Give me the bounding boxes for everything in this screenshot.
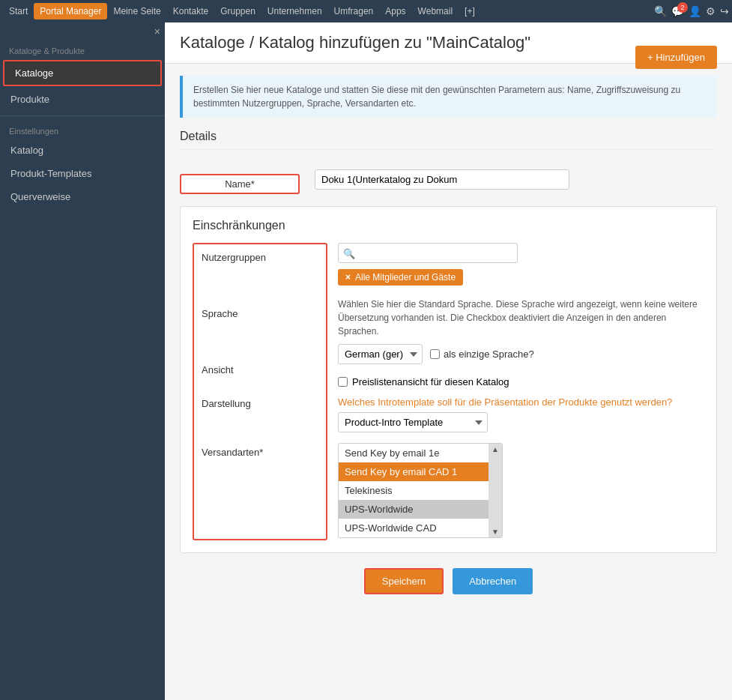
top-navigation: Start Portal Manager Meine Seite Kontakt… bbox=[0, 0, 732, 22]
scroll-up-arrow[interactable]: ▲ bbox=[491, 445, 499, 453]
restrictions-title: Einschränkungen bbox=[193, 219, 704, 232]
content-area: + Hinzufügen Erstellen Sie hier neue Kat… bbox=[165, 64, 732, 621]
restrictions-wrapper: Nutzergruppen Sprache Ansicht Darstellun… bbox=[193, 243, 704, 540]
nav-right-icons: 🔍 💬 2 👤 ⚙ ↪ bbox=[654, 5, 729, 17]
add-button[interactable]: + Hinzufügen bbox=[635, 46, 717, 69]
user-icon[interactable]: 👤 bbox=[689, 5, 701, 17]
sidebar-close-button[interactable]: × bbox=[0, 22, 165, 40]
nutzergruppen-search-input[interactable] bbox=[338, 243, 518, 263]
messages-icon[interactable]: 💬 2 bbox=[671, 5, 684, 17]
sidebar-item-katalog[interactable]: Katalog bbox=[0, 139, 165, 162]
nutzergruppen-search-wrapper: 🔍 bbox=[338, 243, 518, 263]
nav-apps[interactable]: Apps bbox=[379, 3, 411, 19]
sprache-row: German (ger) als einzige Sprache? bbox=[338, 344, 704, 364]
sidebar-item-querverweise[interactable]: Querverweise bbox=[0, 185, 165, 208]
versand-list: Send Key by email 1e Send Key by email C… bbox=[338, 443, 503, 538]
darstellung-block: Welches Introtemplate soll für die Präse… bbox=[338, 396, 704, 432]
nav-portal-manager[interactable]: Portal Manager bbox=[34, 3, 107, 19]
sidebar-item-produkt-templates[interactable]: Produkt-Templates bbox=[0, 162, 165, 185]
preislisten-checkbox[interactable] bbox=[338, 377, 348, 387]
main-layout: × Kataloge & Produkte Kataloge Produkte … bbox=[0, 22, 732, 700]
sidebar-section-kataloge-produkte: Kataloge & Produkte bbox=[0, 40, 165, 58]
tag-label: Alle Mitglieder und Gäste bbox=[355, 272, 456, 283]
info-box: Erstellen Sie hier neue Kataloge und sta… bbox=[180, 76, 717, 118]
search-icon[interactable]: 🔍 bbox=[654, 5, 667, 17]
sprache-select[interactable]: German (ger) bbox=[338, 344, 423, 364]
darstellung-label: Darstellung bbox=[202, 398, 318, 409]
intro-question: Welches Introtemplate soll für die Präse… bbox=[338, 396, 704, 408]
sidebar-section-einstellungen: Einstellungen bbox=[0, 121, 165, 139]
details-section: Details Name* bbox=[180, 130, 717, 194]
sidebar-divider bbox=[0, 115, 165, 116]
search-icon: 🔍 bbox=[343, 247, 355, 259]
sprache-block: Wählen Sie hier die Standard Sprache. Di… bbox=[338, 298, 704, 364]
messages-badge: 2 bbox=[677, 2, 688, 13]
preislisten-row: Preislistenansicht für diesen Katalog bbox=[338, 376, 704, 387]
nav-unternehmen[interactable]: Unternehmen bbox=[261, 3, 328, 19]
save-button[interactable]: Speichern bbox=[364, 568, 444, 594]
name-value bbox=[315, 169, 717, 190]
restrictions-values-column: 🔍 × Alle Mitglieder und Gäste bbox=[327, 243, 704, 540]
nutzergruppen-block: 🔍 × Alle Mitglieder und Gäste bbox=[338, 243, 704, 286]
ansicht-block: Preislistenansicht für diesen Katalog bbox=[338, 376, 704, 387]
versand-item-3[interactable]: UPS-Worldwide bbox=[339, 500, 502, 519]
nutzergruppen-label: Nutzergruppen bbox=[202, 252, 318, 263]
name-label-wrapper: Name* bbox=[180, 169, 315, 194]
nav-gruppen[interactable]: Gruppen bbox=[214, 3, 261, 19]
logout-icon[interactable]: ↪ bbox=[720, 5, 729, 17]
restrictions-labels-column: Nutzergruppen Sprache Ansicht Darstellun… bbox=[193, 243, 327, 540]
nutzergruppen-tag: × Alle Mitglieder und Gäste bbox=[338, 269, 463, 286]
nav-plus[interactable]: [+] bbox=[459, 3, 481, 19]
details-title: Details bbox=[180, 130, 717, 150]
settings-icon[interactable]: ⚙ bbox=[706, 5, 716, 17]
ansicht-label: Ansicht bbox=[202, 364, 318, 375]
sprache-info-text: Wählen Sie hier die Standard Sprache. Di… bbox=[338, 298, 704, 338]
nav-meine-seite[interactable]: Meine Seite bbox=[107, 3, 166, 19]
versandarten-label: Versandarten* bbox=[202, 447, 318, 458]
restrictions-section: Einschränkungen Nutzergruppen Sprache An… bbox=[180, 206, 717, 553]
versand-item-2[interactable]: Telekinesis bbox=[339, 481, 502, 500]
versand-item-4[interactable]: UPS-Worldwide CAD bbox=[339, 519, 502, 537]
sprache-checkbox-text: als einzige Sprache? bbox=[444, 349, 534, 360]
button-row: Speichern Abbrechen bbox=[180, 568, 717, 594]
sprache-checkbox-label: als einzige Sprache? bbox=[430, 349, 534, 360]
cancel-button[interactable]: Abbrechen bbox=[453, 568, 533, 594]
name-label: Name* bbox=[180, 174, 300, 194]
sprache-checkbox[interactable] bbox=[430, 349, 440, 359]
name-input[interactable] bbox=[315, 169, 569, 190]
tag-remove-icon[interactable]: × bbox=[345, 272, 351, 283]
nav-kontakte[interactable]: Kontakte bbox=[167, 3, 214, 19]
versand-item-1[interactable]: Send Key by email CAD 1 bbox=[339, 462, 502, 481]
intro-select[interactable]: Product-Intro Template bbox=[338, 412, 488, 432]
versand-scrollbar: ▲ ▼ bbox=[488, 444, 502, 537]
main-content: Kataloge / Katalog hinzufügen zu "MainCa… bbox=[165, 22, 732, 700]
nav-umfragen[interactable]: Umfragen bbox=[328, 3, 380, 19]
preislisten-label: Preislistenansicht für diesen Katalog bbox=[352, 376, 509, 387]
nav-webmail[interactable]: Webmail bbox=[412, 3, 459, 19]
sidebar: × Kataloge & Produkte Kataloge Produkte … bbox=[0, 22, 165, 700]
versandarten-block: Send Key by email 1e Send Key by email C… bbox=[338, 443, 503, 538]
versand-item-0[interactable]: Send Key by email 1e bbox=[339, 444, 502, 462]
sidebar-item-kataloge[interactable]: Kataloge bbox=[3, 60, 162, 86]
scroll-down-arrow[interactable]: ▼ bbox=[491, 528, 499, 536]
sprache-label: Sprache bbox=[202, 308, 318, 319]
nav-start[interactable]: Start bbox=[3, 3, 34, 19]
sidebar-item-produkte[interactable]: Produkte bbox=[0, 88, 165, 111]
name-row: Name* bbox=[180, 169, 717, 194]
